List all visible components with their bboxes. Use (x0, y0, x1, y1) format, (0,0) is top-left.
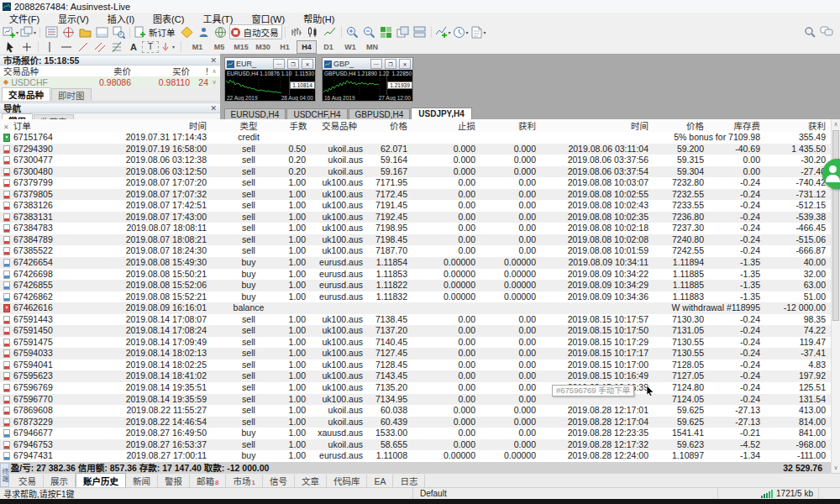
col-open-price[interactable]: 价格 (368, 119, 412, 132)
community-button[interactable] (213, 24, 229, 39)
terminal-tab[interactable]: 代码库 (327, 475, 368, 487)
timeframe-button[interactable]: H4 (297, 40, 317, 54)
col-type[interactable]: 类型 (212, 119, 286, 132)
chart-window-gbpusd[interactable]: GBP_ — ❐ ✕ GBPUSD,H4 1.21890 1.22 1.2285… (322, 57, 413, 102)
column-spread[interactable]: ! (190, 66, 208, 76)
timeframe-button[interactable]: M5 (209, 40, 229, 54)
history-row[interactable]: 675914432019.08.14 17:08:07sell1.00uk100… (0, 314, 831, 326)
close-icon[interactable]: ✕ (302, 59, 313, 69)
history-row[interactable]: 671517642019.07.31 17:14:43credit5% bonu… (0, 132, 831, 144)
history-row[interactable]: 675914502019.08.14 17:08:24sell1.00uk100… (0, 325, 831, 337)
terminal-tab[interactable]: 市场1 (226, 475, 262, 487)
history-row[interactable]: 674626162019.08.09 16:16:01balanceW with… (0, 302, 831, 314)
restore-icon[interactable]: ❐ (287, 59, 299, 69)
arrows-tool-button[interactable]: ▾ (159, 39, 176, 55)
chevron-down-icon[interactable]: ▾ (449, 29, 451, 35)
history-row[interactable]: 673831262019.08.07 17:42:51sell1.00uk100… (0, 200, 831, 212)
cascade-windows-button[interactable] (395, 24, 412, 39)
menu-item[interactable]: 插入(I) (98, 13, 144, 24)
timeframe-button[interactable]: M15 (231, 40, 251, 54)
scroll-down-icon[interactable]: ∨ (208, 79, 220, 86)
close-icon[interactable]: ✕ (399, 59, 411, 69)
data-window-toggle-button[interactable] (60, 24, 76, 39)
tile-windows-button[interactable] (378, 24, 395, 39)
col-lots[interactable]: 手数 (286, 119, 311, 132)
history-row[interactable]: 673798052019.08.07 17:07:32sell1.00uk100… (0, 189, 831, 201)
history-row[interactable]: 673847832019.08.07 18:08:11sell1.00uk100… (0, 223, 831, 234)
metaeditor-button[interactable] (179, 24, 196, 39)
history-row[interactable]: 674266982019.08.08 15:50:21buy1.00eurusd… (0, 269, 831, 281)
history-row[interactable]: 673855222019.08.07 18:24:30sell1.00uk100… (0, 245, 831, 257)
chat-button[interactable] (818, 24, 835, 39)
text-label-tool-button[interactable]: T (142, 41, 159, 53)
terminal-tab[interactable]: EA (367, 475, 393, 487)
search-button[interactable] (801, 24, 818, 39)
market-watch-tab[interactable]: 交易品种 (2, 87, 50, 101)
minimize-icon[interactable]: — (273, 59, 285, 69)
vertical-line-tool-button[interactable] (41, 39, 58, 55)
text-tool-button[interactable]: A (125, 39, 142, 55)
navigator-tab[interactable]: 常用 (2, 113, 33, 119)
periods-button[interactable]: ▾ (452, 24, 470, 39)
history-row[interactable]: 675967702019.08.14 19:35:59sell1.00uk100… (0, 394, 831, 406)
restore-icon[interactable]: ❐ (385, 59, 396, 69)
timeframe-button[interactable]: D1 (318, 40, 339, 54)
bar-chart-button[interactable] (288, 24, 305, 39)
new-chart-button[interactable]: ▾ (2, 24, 19, 39)
terminal-tab[interactable]: 日志 (393, 475, 425, 487)
cursor-tool-button[interactable] (2, 39, 18, 55)
history-row[interactable]: 675967692019.08.14 19:35:51sell1.00uk100… (0, 382, 831, 394)
chevron-down-icon[interactable]: ▾ (16, 29, 18, 35)
col-order[interactable]: 订单 (13, 121, 31, 131)
history-row[interactable]: 675956232019.08.14 18:41:02sell1.00uk100… (0, 370, 831, 382)
panel-close-icon[interactable]: ✕ (3, 123, 9, 131)
col-profit[interactable]: 获利 (765, 119, 831, 132)
chart-tab[interactable]: USDCHF,H4 (286, 108, 348, 119)
trendline-tool-button[interactable] (75, 39, 92, 55)
terminal-tab[interactable]: 交易 (12, 475, 44, 487)
crosshair-tool-button[interactable] (18, 39, 35, 55)
status-connection[interactable]: 1721/5 kb (718, 488, 819, 499)
timeframe-button[interactable]: MN (362, 40, 382, 54)
chart-canvas[interactable]: GBPUSD,H4 1.21890 1.22 1.22850 1.21939 1… (323, 70, 412, 101)
experts-button[interactable] (196, 24, 213, 39)
menu-item[interactable]: 帮助(H) (294, 13, 344, 24)
menu-item[interactable]: 显示(V) (49, 13, 98, 24)
history-row[interactable]: 678732292019.08.22 14:46:54sell1.00ukoil… (0, 417, 831, 428)
chevron-down-icon[interactable]: ▾ (484, 29, 486, 35)
terminal-tab[interactable]: 信号 (263, 475, 295, 487)
menu-item[interactable]: 图表(C) (144, 13, 193, 24)
history-row[interactable]: 679467532019.08.27 16:53:37sell1.00ukoil… (0, 439, 831, 451)
strategy-tester-button[interactable] (110, 24, 127, 39)
terminal-tab[interactable]: 文章 (295, 475, 327, 487)
col-symbol[interactable]: 交易品种 (311, 119, 368, 132)
terminal-tab[interactable]: 邮箱8 (190, 475, 226, 487)
chevron-down-icon[interactable]: ▾ (172, 44, 175, 50)
minimize-icon[interactable]: — (370, 59, 382, 69)
history-row[interactable]: 673831312019.08.07 17:43:00sell1.00uk100… (0, 212, 831, 223)
menu-item[interactable]: 工具(T) (193, 13, 242, 24)
history-row[interactable]: 674268622019.08.08 15:52:21buy1.00eurusd… (0, 291, 831, 303)
market-watch-tab[interactable]: 即时图 (51, 88, 92, 101)
indicators-button[interactable]: ▾ (434, 24, 452, 39)
navigator-toggle-button[interactable] (76, 24, 93, 39)
timeframe-button[interactable]: M30 (253, 40, 273, 54)
profiles-button[interactable]: ▾ (19, 24, 37, 39)
history-row[interactable]: 672943902019.07.19 16:58:00sell0.50ukoil… (0, 144, 831, 155)
col-swap[interactable]: 库存费 (709, 119, 765, 132)
history-row[interactable]: 675940332019.08.14 18:02:13sell1.00uk100… (0, 348, 831, 360)
zoom-in-button[interactable] (344, 24, 361, 39)
scroll-up-icon[interactable]: ∧ (208, 68, 220, 75)
chart-tab[interactable]: EURUSD,H4 (224, 108, 286, 119)
col-close-time[interactable]: 时间 (541, 119, 654, 132)
autotrading-button[interactable]: 自动交易 (229, 24, 282, 39)
candlestick-button[interactable] (305, 24, 322, 39)
zoom-out-button[interactable] (361, 24, 378, 39)
column-symbol[interactable]: 交易品种 (0, 65, 72, 77)
chart-window-titlebar[interactable]: GBP_ — ❐ ✕ (323, 58, 412, 70)
column-ask[interactable]: 买价 (131, 65, 190, 77)
scroll-up-icon[interactable]: ∧ (832, 119, 840, 129)
terminal-side-tab[interactable]: 终端 (0, 463, 9, 487)
history-row[interactable]: 674268552019.08.08 15:52:06buy1.00eurusd… (0, 280, 831, 291)
column-bid[interactable]: 卖价 (72, 65, 131, 77)
